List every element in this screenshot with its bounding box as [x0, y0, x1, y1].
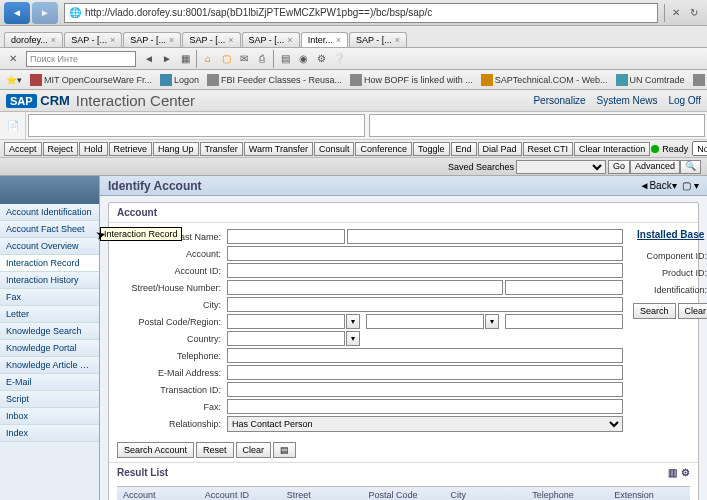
close-icon[interactable]: ×: [51, 35, 56, 45]
stop-icon[interactable]: ✕: [667, 4, 685, 22]
favorites-icon[interactable]: ⭐▾: [6, 75, 22, 85]
tab-item[interactable]: SAP - [...×: [242, 32, 300, 47]
highlight-icon[interactable]: ▦: [176, 50, 194, 68]
transfer-button[interactable]: Transfer: [200, 142, 243, 156]
bookmark-item[interactable]: UN Comtrade: [616, 74, 685, 86]
nav-letter[interactable]: Letter: [0, 306, 99, 323]
toggle-button[interactable]: Toggle: [413, 142, 450, 156]
forward-button[interactable]: ►: [32, 2, 58, 24]
more-icon[interactable]: ▤: [273, 442, 296, 458]
personalize-link[interactable]: Personalize: [533, 95, 585, 106]
consult-button[interactable]: Consult: [314, 142, 355, 156]
reload-icon[interactable]: ↻: [685, 4, 703, 22]
hold-button[interactable]: Hold: [79, 142, 108, 156]
reset-button[interactable]: Reset: [196, 442, 234, 458]
col-account-id[interactable]: Account ID: [199, 487, 281, 500]
nav-account-fact-sheet[interactable]: Account Fact Sheet: [0, 221, 99, 238]
account-id-input[interactable]: [227, 263, 623, 278]
fax-input[interactable]: [227, 399, 623, 414]
search-icon[interactable]: 🔍: [680, 160, 701, 174]
nav-account-identification[interactable]: Account Identification: [0, 204, 99, 221]
tools-icon[interactable]: ⚙: [312, 50, 330, 68]
region2-input[interactable]: [505, 314, 623, 329]
last-name-input[interactable]: [347, 229, 623, 244]
clear-interaction-button[interactable]: Clear Interaction: [574, 142, 650, 156]
help-icon[interactable]: ❔: [330, 50, 348, 68]
nav-interaction-history[interactable]: Interaction History: [0, 272, 99, 289]
warm-transfer-button[interactable]: Warm Transfer: [244, 142, 313, 156]
nav-inbox[interactable]: Inbox: [0, 408, 99, 425]
region-input[interactable]: [366, 314, 484, 329]
postal-input[interactable]: [227, 314, 345, 329]
mail-icon[interactable]: ✉: [235, 50, 253, 68]
search-account-button[interactable]: Search Account: [117, 442, 194, 458]
saved-search-select[interactable]: [516, 160, 606, 174]
find-input[interactable]: Поиск Инте: [26, 51, 136, 67]
go-button[interactable]: Go: [608, 160, 630, 174]
nav-account-overview[interactable]: Account Overview: [0, 238, 99, 255]
tab-item[interactable]: Inter...×: [301, 32, 348, 47]
system-news-link[interactable]: System News: [596, 95, 657, 106]
col-street[interactable]: Street: [281, 487, 363, 500]
tab-item[interactable]: dorofey...×: [4, 32, 63, 47]
settings-icon[interactable]: ⚙: [681, 467, 690, 478]
back-button[interactable]: ◄: [4, 2, 30, 24]
bookmark-item[interactable]: Logon: [160, 74, 199, 86]
email-input[interactable]: [227, 365, 623, 380]
first-name-input[interactable]: [227, 229, 345, 244]
nav-knowledge-article[interactable]: Knowledge Article Sear...: [0, 357, 99, 374]
country-input[interactable]: [227, 331, 345, 346]
bookmark-item[interactable]: How BOPF is linked with ...: [350, 74, 473, 86]
safety-icon[interactable]: ◉: [294, 50, 312, 68]
accept-button[interactable]: Accept: [4, 142, 42, 156]
nav-fax[interactable]: Fax: [0, 289, 99, 306]
url-bar[interactable]: 🌐http://vlado.dorofey.su:8001/sap(bD1lbi…: [64, 3, 658, 23]
print-icon[interactable]: ⎙: [253, 50, 271, 68]
back-button[interactable]: ◄ Back ▾ ▢ ▾: [640, 180, 699, 191]
nav-index[interactable]: Index: [0, 425, 99, 442]
nav-interaction-record[interactable]: Interaction Record: [0, 255, 99, 272]
dialpad-button[interactable]: Dial Pad: [478, 142, 522, 156]
bookmark-item[interactable]: SAPTechnical.COM - Web...: [481, 74, 608, 86]
col-telephone[interactable]: Telephone: [526, 487, 608, 500]
tab-item[interactable]: SAP - [...×: [349, 32, 407, 47]
telephone-input[interactable]: [227, 348, 623, 363]
bookmark-item[interactable]: FBI Feeder Classes - Reusa...: [207, 74, 342, 86]
search-button[interactable]: Search: [633, 303, 676, 319]
export-icon[interactable]: ▥: [668, 467, 677, 478]
hangup-button[interactable]: Hang Up: [153, 142, 199, 156]
nav-knowledge-search[interactable]: Knowledge Search: [0, 323, 99, 340]
col-extension[interactable]: Extension: [608, 487, 690, 500]
find-next-icon[interactable]: ►: [158, 50, 176, 68]
feed-icon[interactable]: ▢: [217, 50, 235, 68]
value-help-icon[interactable]: ▾: [346, 331, 360, 346]
col-city[interactable]: City: [444, 487, 526, 500]
tab-item[interactable]: SAP - [...×: [123, 32, 181, 47]
relationship-select[interactable]: Has Contact Person: [227, 416, 623, 432]
home-icon[interactable]: ⌂: [199, 50, 217, 68]
end-button[interactable]: End: [451, 142, 477, 156]
close-icon[interactable]: ✕: [4, 50, 22, 68]
retrieve-button[interactable]: Retrieve: [109, 142, 153, 156]
tab-installed-base[interactable]: Installed Base: [633, 227, 707, 242]
city-input[interactable]: [227, 297, 623, 312]
nav-script[interactable]: Script: [0, 391, 99, 408]
reject-button[interactable]: Reject: [43, 142, 79, 156]
clear-button[interactable]: Clear: [678, 303, 707, 319]
tab-item[interactable]: SAP - [...×: [64, 32, 122, 47]
bookmark-item[interactable]: Tulli - Foreign Trade Statis...: [693, 74, 707, 86]
bookmark-item[interactable]: MIT OpenCourseWare Fr...: [30, 74, 152, 86]
transaction-input[interactable]: [227, 382, 623, 397]
advanced-button[interactable]: Advanced: [630, 160, 680, 174]
logoff-link[interactable]: Log Off: [668, 95, 701, 106]
clear-button[interactable]: Clear: [236, 442, 272, 458]
account-input[interactable]: [227, 246, 623, 261]
page-icon[interactable]: ▤: [276, 50, 294, 68]
col-postal[interactable]: Postal Code: [363, 487, 445, 500]
nav-knowledge-portal[interactable]: Knowledge Portal: [0, 340, 99, 357]
conference-button[interactable]: Conference: [355, 142, 412, 156]
status-select[interactable]: Not Ready: [692, 141, 707, 156]
street-input[interactable]: [227, 280, 503, 295]
col-account[interactable]: Account: [117, 487, 199, 500]
reset-cti-button[interactable]: Reset CTI: [523, 142, 574, 156]
